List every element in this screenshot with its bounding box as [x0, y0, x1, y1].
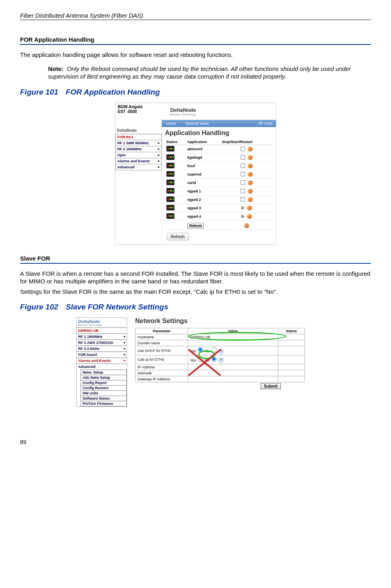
figure-101: BGW-Angola EST -0500 DeltaNode Wireless …	[20, 103, 371, 245]
sidebar-item[interactable]: DDR501-UB	[77, 328, 127, 333]
restart-icon[interactable]	[248, 197, 253, 202]
figure-102: DeltaNode Wireless Technology DDR501-UBR…	[76, 317, 371, 407]
sidebar-item[interactable]: RF 1 1900MHz▸	[77, 333, 127, 339]
nav-network-views[interactable]: Network views	[181, 121, 214, 125]
restart-icon[interactable]	[248, 164, 253, 168]
status-icon	[166, 171, 174, 177]
status-icon	[166, 180, 174, 185]
param-value[interactable]	[188, 364, 278, 370]
submenu-item[interactable]: PA/VGA Firmware	[81, 401, 127, 406]
app-name: vgpad 3	[186, 204, 221, 212]
chevron-right-icon: ▸	[124, 353, 126, 356]
bgw-info: BGW-Angola EST -0500	[115, 103, 166, 120]
no-radio[interactable]	[211, 356, 217, 362]
sidebar-logo: DeltaNode	[115, 127, 162, 134]
sidebar-item[interactable]: Advanced▸	[115, 164, 162, 170]
sidebar-item[interactable]: Alarms and Events▸	[77, 358, 127, 364]
submenu-item[interactable]: Netw. Setup	[81, 370, 127, 375]
stop-icon[interactable]	[241, 155, 245, 160]
nav-rf-units[interactable]: RF Units	[253, 121, 276, 125]
restart-icon[interactable]	[248, 155, 253, 160]
submenu-item[interactable]: Config Restore	[81, 386, 127, 391]
sidebar-item[interactable]: RF 2 1900MHz▸	[115, 146, 162, 152]
sidebar-logo: DeltaNode Wireless Technology	[77, 318, 127, 328]
sidebar-item[interactable]: Alarms and Events▸	[115, 158, 162, 164]
page-number: 89	[20, 439, 371, 445]
param-label: Calc ip for ETH0	[136, 355, 188, 364]
note-text-body: Only the Reboot command should be used b…	[48, 65, 351, 80]
table-row: Calc ip for ETH0Yes No ?	[136, 355, 305, 364]
table-row: Gateway IP Address	[136, 376, 305, 382]
app-name: focd	[186, 162, 221, 170]
chevron-right-icon: ▸	[158, 141, 160, 145]
stop-icon[interactable]	[241, 189, 245, 193]
submenu-item[interactable]: Config Report	[81, 380, 127, 386]
param-value[interactable]	[188, 376, 278, 382]
stop-icon[interactable]	[241, 147, 245, 151]
param-status	[278, 376, 305, 382]
param-value[interactable]	[188, 370, 278, 376]
stop-icon[interactable]	[241, 197, 245, 202]
stop-icon[interactable]	[241, 164, 245, 168]
submit-button[interactable]: Submit	[261, 383, 281, 389]
app-table: Status Application Stop/Start/Restart al…	[165, 139, 273, 230]
yes-radio[interactable]	[198, 356, 203, 362]
restart-icon[interactable]	[248, 172, 253, 177]
submenu-item[interactable]: Software Status	[81, 396, 127, 401]
param-value[interactable]	[188, 340, 278, 346]
restart-icon[interactable]	[244, 223, 249, 228]
sidebar-item[interactable]: RF 1 SMR 800MHz▸	[115, 140, 162, 146]
chevron-right-icon: ▸	[124, 347, 126, 350]
bgw-tz: EST -0500	[118, 109, 164, 114]
reboot-button[interactable]: Reboot	[187, 223, 204, 228]
no-radio[interactable]	[211, 347, 217, 352]
restart-icon[interactable]	[248, 147, 253, 152]
param-value[interactable]: DDR501-UB	[188, 334, 278, 340]
note-label: Note:	[48, 65, 63, 72]
help-icon[interactable]: ?	[218, 349, 224, 354]
restart-icon[interactable]	[248, 189, 253, 194]
section-heading-slave-for: Slave FOR	[20, 255, 371, 264]
yes-radio[interactable]	[198, 347, 203, 352]
restart-icon[interactable]	[247, 214, 252, 219]
param-status	[278, 355, 305, 364]
sidebar: DeltaNode Wireless Technology DDR501-UBR…	[76, 317, 127, 407]
sidebar-item[interactable]: Advanced	[77, 364, 127, 370]
app-name: vgpad 4	[186, 212, 221, 220]
sidebar-logo-sub: Wireless Technology	[78, 324, 125, 326]
sidebar-item[interactable]: FOR-RU1	[115, 134, 162, 140]
start-icon[interactable]	[241, 206, 245, 210]
start-icon[interactable]	[241, 214, 245, 218]
col-parameter: Parameter	[136, 328, 188, 334]
sidebar-item[interactable]: RF 2 AWS 1700/2100▸	[77, 339, 127, 346]
chevron-right-icon: ▸	[158, 165, 160, 169]
sidebar-item[interactable]: RF 3 2.6GHz▸	[77, 346, 127, 352]
restart-icon[interactable]	[248, 180, 253, 185]
nav-home[interactable]: Home	[162, 121, 181, 125]
submenu-item[interactable]: Adv Netw Setup	[81, 375, 127, 380]
deltanode-logo-sub: Wireless Technology	[170, 113, 196, 116]
param-label: Netmask	[136, 370, 188, 376]
sidebar-item[interactable]: Opto▸	[115, 152, 162, 158]
yes-label: Yes	[190, 349, 196, 353]
note-block: Note: Only the Reboot command should be …	[48, 65, 371, 81]
refresh-button[interactable]: Refresh	[167, 233, 189, 240]
param-label: Use DHCP for ETH0	[136, 346, 188, 356]
help-icon[interactable]: ?	[218, 358, 224, 363]
col-value: Value	[188, 328, 278, 334]
stop-icon[interactable]	[241, 180, 245, 185]
sidebar-item[interactable]: FOR board▸	[77, 352, 127, 358]
submenu-item[interactable]: HW units	[81, 391, 127, 396]
sidebar-logo-text: DeltaNode	[78, 319, 100, 324]
stop-icon[interactable]	[241, 172, 245, 176]
chevron-right-icon: ▸	[158, 153, 160, 157]
top-nav: Home Network views RF Units	[162, 120, 276, 127]
param-value[interactable]: Yes No ?	[188, 355, 278, 364]
yes-label: Yes	[190, 358, 196, 362]
restart-icon[interactable]	[247, 206, 252, 210]
param-value[interactable]: Yes No ?	[188, 346, 278, 356]
col-stop-start-restart: Stop/Start/Restart	[221, 139, 272, 145]
table-row: Netmask	[136, 370, 305, 376]
status-icon	[166, 188, 174, 194]
chevron-right-icon: ▸	[158, 147, 160, 151]
